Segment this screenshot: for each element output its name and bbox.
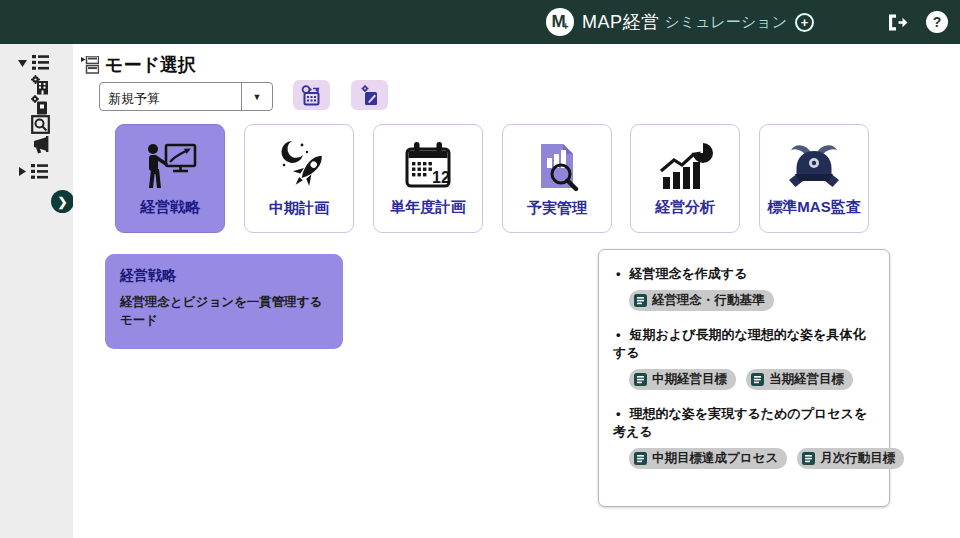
document-icon xyxy=(634,373,647,386)
presentation-icon xyxy=(142,141,198,191)
detail-text: 理想的な姿を実現するためのプロセスを考える xyxy=(613,405,875,441)
logout-icon xyxy=(886,13,910,32)
header: M + MAP経営 シミュレーション + ? xyxy=(0,0,960,44)
document-icon xyxy=(802,452,815,465)
sidebar-item-document-search[interactable] xyxy=(31,115,50,138)
document-icon xyxy=(751,373,764,386)
budget-schedule-button[interactable] xyxy=(293,80,330,110)
list-icon xyxy=(31,164,48,179)
document-search-side-icon xyxy=(31,115,50,134)
mode-card-hyojun-mas-kansa[interactable]: 標準MAS監査 xyxy=(759,124,869,233)
mode-card-tannendo-keikaku[interactable]: 12 単年度計画 xyxy=(373,124,483,233)
document-icon xyxy=(634,294,647,307)
mode-card-yojitsu-kanri[interactable]: 予実管理 xyxy=(502,124,612,233)
document-icon xyxy=(634,452,647,465)
detail-text: 短期および長期的な理想的な姿を具体化する xyxy=(613,326,875,362)
mode-card-label: 標準MAS監査 xyxy=(767,198,860,217)
brand-name-sub: シミュレーション xyxy=(665,13,787,32)
sidebar: ❯ xyxy=(0,44,73,538)
data-settings-icon xyxy=(31,95,49,115)
detail-text: 経営理念を作成する xyxy=(613,265,875,283)
samurai-helmet-icon xyxy=(786,141,842,191)
caret-right-icon xyxy=(18,167,26,176)
chevron-right-icon: ❯ xyxy=(57,195,67,209)
report-tag: 当期経営目標 xyxy=(746,369,853,390)
page-title-row: モード選択 xyxy=(81,53,196,77)
logo-plus: + xyxy=(563,21,569,32)
page-title: モード選択 xyxy=(105,53,196,77)
budget-edit-button[interactable] xyxy=(351,80,388,110)
sidebar-tree-expanded[interactable] xyxy=(18,55,49,70)
rocket-icon xyxy=(271,140,327,192)
calendar-number: 12 xyxy=(432,169,450,186)
sidebar-expand-button[interactable]: ❯ xyxy=(51,190,74,213)
report-tag: 中期経営目標 xyxy=(629,369,736,390)
megaphone-icon xyxy=(31,136,51,154)
brand: M + MAP経営 シミュレーション + xyxy=(546,0,814,44)
tag-row: 中期目標達成プロセス 月次行動目標 xyxy=(629,448,875,469)
header-actions: ? xyxy=(886,0,948,44)
tag-label: 当期経営目標 xyxy=(769,371,844,388)
help-button[interactable]: ? xyxy=(926,11,948,33)
tag-label: 経営理念・行動基準 xyxy=(652,292,765,309)
tag-label: 中期経営目標 xyxy=(652,371,727,388)
mode-details-panel: 経営理念を作成する 経営理念・行動基準 短期および長期的な理想的な姿を具体化する xyxy=(598,249,890,507)
tag-label: 中期目標達成プロセス xyxy=(652,450,778,467)
edit-settings-icon xyxy=(360,85,380,106)
detail-item: 経営理念を作成する 経営理念・行動基準 xyxy=(613,265,875,311)
detail-item: 短期および長期的な理想的な姿を具体化する 中期経営目標 当期経営目標 xyxy=(613,326,875,390)
mode-description-text: 経営理念とビジョンを一貫管理するモード xyxy=(120,294,328,329)
report-tag: 中期目標達成プロセス xyxy=(629,448,787,469)
calendar-icon: 12 xyxy=(400,141,456,191)
mode-select-icon xyxy=(81,56,99,74)
mode-card-label: 経営戦略 xyxy=(140,198,200,217)
mode-card-label: 予実管理 xyxy=(527,199,587,218)
mode-card-label: 単年度計画 xyxy=(391,198,466,217)
tag-label: 月次行動目標 xyxy=(820,450,895,467)
dropdown-arrow-icon: ▼ xyxy=(241,83,272,110)
tag-row: 経営理念・行動基準 xyxy=(629,290,875,311)
app-logo-icon: M + xyxy=(546,8,574,36)
logout-button[interactable] xyxy=(886,13,910,32)
document-search-icon xyxy=(529,140,585,192)
company-settings-icon xyxy=(31,75,51,95)
sidebar-item-announcement[interactable] xyxy=(31,136,51,158)
mode-card-keiei-senryaku[interactable]: 経営戦略 xyxy=(115,124,225,233)
mode-card-label: 中期計画 xyxy=(269,199,329,218)
budget-select-value: 新規予算 xyxy=(100,83,241,110)
caret-down-icon xyxy=(18,59,27,67)
mode-card-label: 経営分析 xyxy=(655,198,715,217)
report-tag: 月次行動目標 xyxy=(797,448,904,469)
main-content: モード選択 新規予算 ▼ xyxy=(73,44,960,538)
brand-plus-icon: + xyxy=(795,13,814,32)
report-tag: 経営理念・行動基準 xyxy=(629,290,774,311)
detail-item: 理想的な姿を実現するためのプロセスを考える 中期目標達成プロセス 月次行動目標 xyxy=(613,405,875,469)
brand-name-main: MAP経営 xyxy=(582,10,660,34)
help-label: ? xyxy=(933,14,942,30)
mode-description-box: 経営戦略 経営理念とビジョンを一貫管理するモード xyxy=(105,254,343,349)
sidebar-tree-collapsed[interactable] xyxy=(18,164,48,179)
list-icon xyxy=(32,55,49,70)
chart-analysis-icon xyxy=(657,141,713,191)
mode-description-title: 経営戦略 xyxy=(120,267,328,285)
mode-card-chuki-keikaku[interactable]: 中期計画 xyxy=(244,124,354,233)
budget-select[interactable]: 新規予算 ▼ xyxy=(99,82,273,111)
mode-card-keiei-bunseki[interactable]: 経営分析 xyxy=(630,124,740,233)
calendar-sync-icon xyxy=(301,85,322,106)
tag-row: 中期経営目標 当期経営目標 xyxy=(629,369,875,390)
